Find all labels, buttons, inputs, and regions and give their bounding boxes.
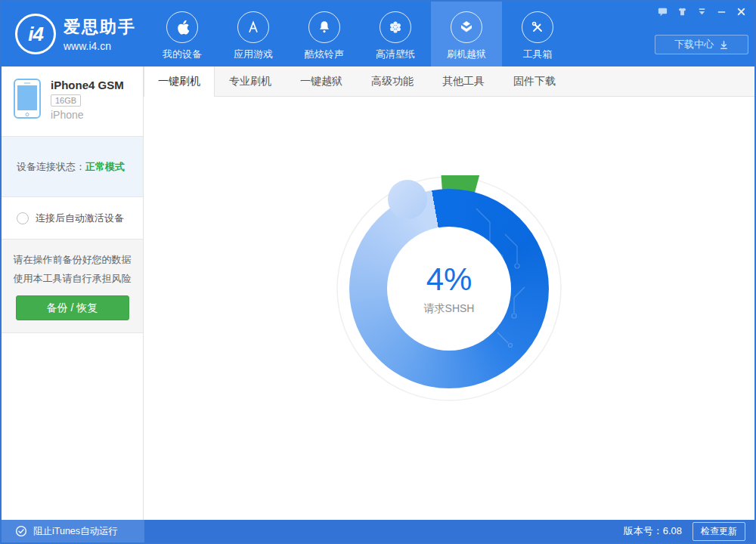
sidebar-empty-area — [2, 333, 143, 520]
logo-i4-icon: i4 — [15, 14, 56, 54]
check-update-button[interactable]: 检查更新 — [692, 522, 745, 541]
menu-chevron-icon[interactable] — [694, 5, 709, 18]
progress-stage: 请求SHSH — [424, 302, 475, 316]
device-capacity-badge: 16GB — [51, 94, 81, 107]
flower-icon — [380, 11, 411, 43]
nav-item-apps-games[interactable]: 应用游戏 — [218, 2, 289, 66]
connection-status: 设备连接状态：正常模式 — [2, 137, 143, 197]
nav-item-ringtones[interactable]: 酷炫铃声 — [289, 2, 360, 66]
check-circle-icon — [15, 525, 27, 537]
tools-icon — [522, 11, 553, 43]
download-center-label: 下载中心 — [674, 38, 714, 51]
progress-center: 4% 请求SHSH — [387, 227, 511, 351]
progress-ring: 4% 请求SHSH — [336, 175, 562, 402]
connection-status-label: 设备连接状态： — [17, 160, 85, 174]
tab-pro-flash[interactable]: 专业刷机 — [215, 66, 286, 96]
nav-item-wallpapers[interactable]: 高清壁纸 — [360, 2, 431, 66]
tab-one-click-jailbreak[interactable]: 一键越狱 — [286, 66, 357, 96]
bell-icon — [308, 11, 340, 43]
iphone-icon — [14, 79, 41, 119]
tab-bar: 一键刷机 专业刷机 一键越狱 高级功能 其他工具 固件下载 — [144, 66, 754, 97]
auto-activate-toggle[interactable]: 连接后自动激活设备 — [2, 197, 143, 240]
app-logo: i4 爱思助手 www.i4.cn — [2, 2, 147, 66]
tab-other-tools[interactable]: 其他工具 — [428, 66, 499, 96]
nav-item-flash-jailbreak[interactable]: 刷机越狱 — [431, 2, 502, 66]
tab-firmware-download[interactable]: 固件下载 — [499, 66, 570, 96]
warning-panel: 请在操作前备份好您的数据 使用本工具请自行承担风险 备份 / 恢复 — [2, 240, 143, 333]
warning-line-2: 使用本工具请自行承担风险 — [2, 269, 143, 288]
nav-label: 工具箱 — [523, 48, 553, 61]
flash-progress-view: 4% 请求SHSH — [144, 97, 754, 520]
main-nav: 我的设备 应用游戏 酷炫铃声 高清壁纸 — [147, 2, 573, 66]
status-bar: 阻止iTunes自动运行 版本号：6.08 检查更新 — [2, 520, 754, 542]
block-itunes-label: 阻止iTunes自动运行 — [33, 525, 118, 538]
block-itunes-toggle[interactable]: 阻止iTunes自动运行 — [2, 520, 144, 542]
backup-restore-button[interactable]: 备份 / 恢复 — [16, 295, 129, 320]
version-label: 版本号：6.08 — [624, 524, 682, 538]
nav-item-toolbox[interactable]: 工具箱 — [502, 2, 573, 66]
feedback-icon[interactable] — [655, 5, 670, 18]
nav-label: 刷机越狱 — [447, 48, 486, 61]
nav-label: 我的设备 — [163, 48, 202, 61]
close-icon[interactable] — [733, 5, 748, 18]
header: i4 爱思助手 www.i4.cn 我的设备 应用游戏 — [2, 2, 754, 66]
minimize-icon[interactable] — [714, 5, 729, 18]
download-icon — [719, 40, 729, 50]
device-name: iPhone4 GSM — [51, 79, 124, 91]
window-controls — [655, 5, 748, 18]
tab-advanced[interactable]: 高级功能 — [357, 66, 428, 96]
device-model: iPhone — [51, 109, 124, 121]
skin-theme-icon[interactable] — [674, 5, 689, 18]
app-url: www.i4.cn — [64, 40, 136, 52]
progress-ring-cap — [388, 180, 427, 219]
nav-item-my-device[interactable]: 我的设备 — [147, 2, 218, 66]
download-center-button[interactable]: 下载中心 — [655, 35, 748, 54]
apple-icon — [166, 11, 198, 43]
nav-label: 酷炫铃声 — [305, 48, 344, 61]
app-window: i4 爱思助手 www.i4.cn 我的设备 应用游戏 — [0, 0, 756, 544]
nav-label: 应用游戏 — [234, 48, 273, 61]
appstore-icon — [237, 11, 269, 43]
nav-label: 高清壁纸 — [376, 48, 415, 61]
auto-activate-label: 连接后自动激活设备 — [36, 212, 124, 225]
sidebar: iPhone4 GSM 16GB iPhone 设备连接状态：正常模式 连接后自… — [2, 66, 144, 520]
app-title: 爱思助手 — [64, 16, 136, 39]
tab-one-click-flash[interactable]: 一键刷机 — [144, 66, 215, 97]
progress-percent: 4% — [426, 261, 472, 298]
connection-status-value: 正常模式 — [85, 160, 125, 174]
auto-activate-radio[interactable] — [17, 212, 29, 224]
warning-line-1: 请在操作前备份好您的数据 — [2, 250, 143, 269]
jailbreak-box-icon — [451, 11, 482, 43]
device-info: iPhone4 GSM 16GB iPhone — [2, 66, 143, 137]
main-panel: 一键刷机 专业刷机 一键越狱 高级功能 其他工具 固件下载 — [144, 66, 754, 520]
